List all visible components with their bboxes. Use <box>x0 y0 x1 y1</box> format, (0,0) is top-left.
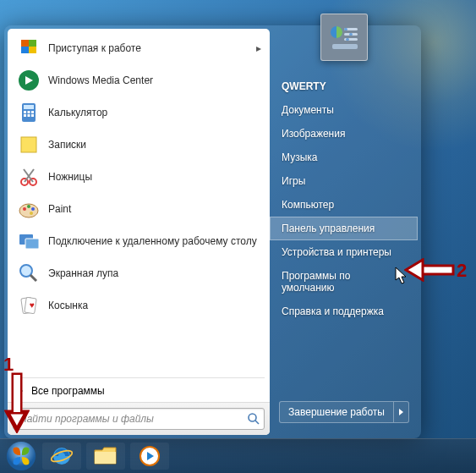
svg-rect-3 <box>29 47 36 53</box>
svg-rect-7 <box>24 111 26 113</box>
svg-point-43 <box>7 442 36 470</box>
all-programs-button[interactable]: Все программы <box>8 380 270 402</box>
notes-icon <box>16 132 41 157</box>
program-label: Подключение к удаленному рабочему столу <box>48 235 257 247</box>
right-item-defaults[interactable]: Программы по умолчанию <box>270 264 418 300</box>
svg-rect-37 <box>344 28 347 30</box>
svg-rect-2 <box>21 47 29 53</box>
program-label: Косынка <box>48 300 88 311</box>
search-box[interactable] <box>13 408 265 430</box>
start-menu-right-pane: QWERTY ДокументыИзображенияМузыкаИгрыКом… <box>270 29 418 435</box>
all-programs-label: Все программы <box>31 385 105 397</box>
svg-rect-11 <box>28 114 30 117</box>
search-icon <box>247 412 260 426</box>
paint-icon <box>16 196 41 222</box>
svg-point-20 <box>27 205 30 208</box>
divider <box>13 377 265 378</box>
taskbar-explorer[interactable] <box>86 443 125 470</box>
svg-rect-42 <box>421 266 453 274</box>
start-menu-left-pane: Приступая к работе▸Windows Media CenterК… <box>8 29 270 435</box>
right-item-pictures[interactable]: Изображения <box>270 122 418 146</box>
svg-rect-1 <box>29 40 36 47</box>
right-item-documents[interactable]: Документы <box>270 98 418 122</box>
desktop: Приступая к работе▸Windows Media CenterК… <box>0 0 476 473</box>
program-item-getting-started[interactable]: Приступая к работе▸ <box>11 32 266 64</box>
svg-rect-0 <box>21 40 29 47</box>
program-item-calc[interactable]: Калькулятор <box>11 96 266 129</box>
program-item-wmc[interactable]: Windows Media Center <box>11 64 266 96</box>
right-item-games[interactable]: Игры <box>270 169 418 193</box>
search-input[interactable] <box>17 410 247 427</box>
program-label: Экранная лупа <box>48 267 118 279</box>
svg-rect-6 <box>24 105 34 109</box>
program-label: Записки <box>48 139 86 151</box>
svg-point-21 <box>31 207 35 211</box>
triangle-right-icon <box>18 387 23 395</box>
taskbar-ie[interactable] <box>42 443 81 470</box>
program-item-solitaire[interactable]: ♥Косынка <box>11 289 266 322</box>
svg-rect-36 <box>332 44 358 49</box>
svg-rect-39 <box>346 38 349 41</box>
svg-point-25 <box>20 265 32 277</box>
ie-icon <box>51 445 73 467</box>
shutdown-row: Завершение работы <box>270 401 418 428</box>
wmc-icon <box>16 68 41 93</box>
triangle-right-icon <box>399 409 403 415</box>
right-item-help[interactable]: Справка и поддержка <box>270 300 418 323</box>
search-area <box>8 402 270 435</box>
taskbar <box>0 438 476 473</box>
program-list: Приступая к работе▸Windows Media CenterК… <box>8 29 270 376</box>
taskbar-wmp[interactable] <box>130 443 169 470</box>
right-item-username[interactable]: QWERTY <box>270 74 418 98</box>
svg-rect-12 <box>31 114 34 117</box>
submenu-arrow-icon: ▸ <box>256 42 261 54</box>
program-label: Ножницы <box>48 171 92 183</box>
svg-rect-9 <box>31 111 34 113</box>
snip-icon <box>16 164 41 190</box>
control-panel-preview-icon <box>327 20 361 54</box>
getting-started-icon <box>16 36 41 61</box>
svg-rect-38 <box>349 33 353 36</box>
right-item-control-panel[interactable]: Панель управления <box>270 217 418 240</box>
shutdown-options-button[interactable] <box>393 402 408 422</box>
annotation-number-2: 2 <box>457 260 467 282</box>
svg-rect-8 <box>28 111 30 113</box>
magnifier-icon <box>16 261 41 286</box>
program-item-rdp[interactable]: Подключение к удаленному рабочему столу <box>11 225 266 257</box>
start-button[interactable] <box>5 440 37 472</box>
program-label: Приступая к работе <box>48 42 141 54</box>
rdp-icon <box>16 228 41 254</box>
svg-rect-46 <box>95 452 116 464</box>
program-item-snip[interactable]: Ножницы <box>11 161 266 193</box>
calc-icon <box>16 100 41 125</box>
svg-point-19 <box>23 207 26 211</box>
wmp-icon <box>139 445 161 467</box>
folder-icon <box>94 447 118 465</box>
program-label: Windows Media Center <box>48 74 153 86</box>
program-item-paint[interactable]: Paint <box>11 193 266 225</box>
svg-rect-10 <box>24 114 26 117</box>
user-picture[interactable] <box>320 14 368 61</box>
svg-text:♥: ♥ <box>30 300 35 310</box>
svg-point-22 <box>30 212 33 215</box>
svg-point-30 <box>249 414 256 421</box>
svg-rect-24 <box>25 239 39 249</box>
svg-line-26 <box>30 275 36 281</box>
svg-rect-13 <box>21 137 36 152</box>
program-item-magnifier[interactable]: Экранная лупа <box>11 257 266 289</box>
program-label: Paint <box>48 203 71 215</box>
svg-line-31 <box>255 421 259 424</box>
right-item-computer[interactable]: Компьютер <box>270 193 418 217</box>
solitaire-icon: ♥ <box>16 293 41 318</box>
shutdown-button[interactable]: Завершение работы <box>279 401 409 423</box>
program-label: Калькулятор <box>48 107 107 118</box>
right-item-devices[interactable]: Устройства и принтеры <box>270 240 418 264</box>
program-item-notes[interactable]: Записки <box>11 129 266 161</box>
shutdown-label: Завершение работы <box>280 402 393 422</box>
right-item-music[interactable]: Музыка <box>270 146 418 169</box>
start-menu: Приступая к работе▸Windows Media CenterК… <box>4 25 421 438</box>
